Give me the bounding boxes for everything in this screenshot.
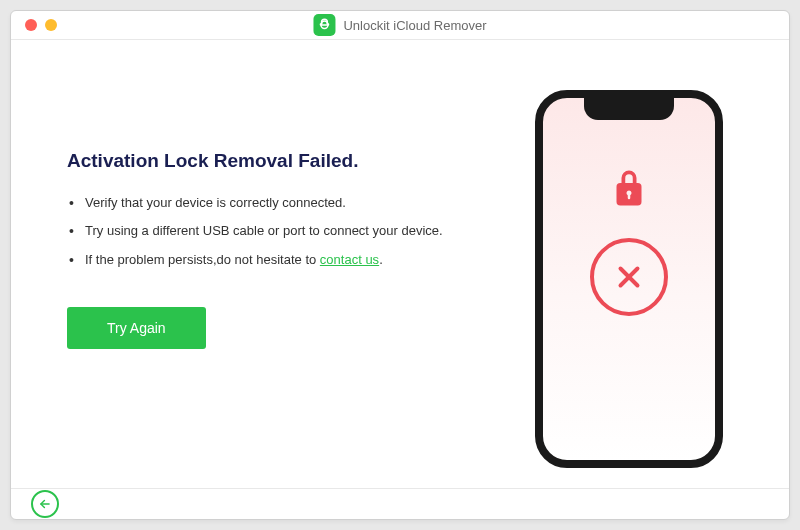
app-window: Unlockit iCloud Remover Activation Lock … (10, 10, 790, 520)
app-logo-icon (313, 14, 335, 36)
footer-bar (11, 488, 789, 519)
instruction-item: Verify that your device is correctly con… (67, 192, 479, 214)
phone-illustration (535, 90, 723, 468)
instructions-list: Verify that your device is correctly con… (67, 192, 479, 270)
window-controls (25, 19, 57, 31)
back-button[interactable] (31, 490, 59, 518)
title-group: Unlockit iCloud Remover (313, 14, 486, 36)
error-circle-icon (590, 238, 668, 316)
lock-icon (614, 170, 644, 210)
illustration-panel (509, 80, 749, 468)
instruction-item: Try using a different USB cable or port … (67, 220, 479, 242)
instruction-item: If the problem persists,do not hesitate … (67, 249, 479, 271)
try-again-button[interactable]: Try Again (67, 307, 206, 349)
contact-us-link[interactable]: contact us (320, 252, 379, 267)
instruction-text: If the problem persists,do not hesitate … (85, 252, 320, 267)
arrow-left-icon (38, 497, 52, 511)
message-panel: Activation Lock Removal Failed. Verify t… (67, 80, 479, 468)
instruction-text: . (379, 252, 383, 267)
app-title: Unlockit iCloud Remover (343, 18, 486, 33)
phone-screen (543, 98, 715, 316)
heading: Activation Lock Removal Failed. (67, 150, 479, 172)
close-window-button[interactable] (25, 19, 37, 31)
minimize-window-button[interactable] (45, 19, 57, 31)
titlebar: Unlockit iCloud Remover (11, 11, 789, 40)
phone-notch (584, 98, 674, 120)
content-area: Activation Lock Removal Failed. Verify t… (11, 40, 789, 488)
